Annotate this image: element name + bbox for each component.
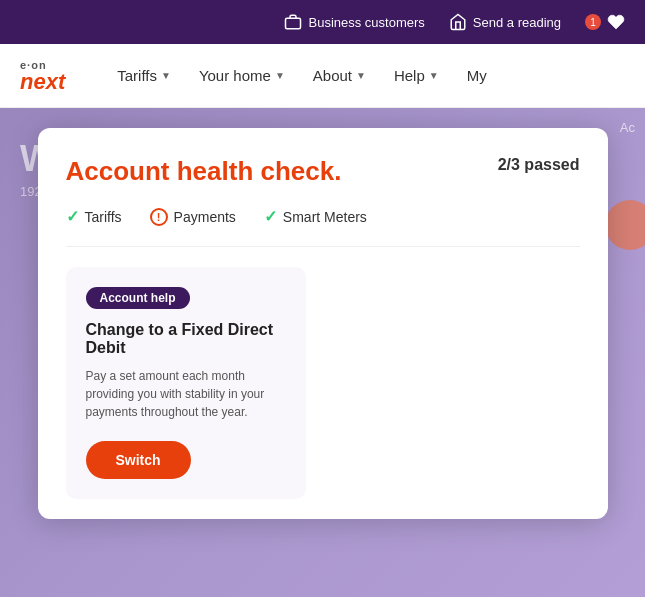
nav-my[interactable]: My xyxy=(455,59,499,92)
nav-help[interactable]: Help ▼ xyxy=(382,59,451,92)
card-title: Change to a Fixed Direct Debit xyxy=(86,321,286,357)
meter-icon xyxy=(449,13,467,31)
notification-badge: 1 xyxy=(585,14,601,30)
logo[interactable]: e·on next xyxy=(20,59,65,93)
modal-overlay: Account health check. 2/3 passed ✓ Tarif… xyxy=(0,108,645,597)
briefcase-icon xyxy=(284,13,302,31)
card-description: Pay a set amount each month providing yo… xyxy=(86,367,286,421)
tariffs-chevron-icon: ▼ xyxy=(161,70,171,81)
check-smart-meters-label: Smart Meters xyxy=(283,209,367,225)
about-chevron-icon: ▼ xyxy=(356,70,366,81)
send-reading-link[interactable]: Send a reading xyxy=(449,13,561,31)
account-help-card: Account help Change to a Fixed Direct De… xyxy=(66,267,306,499)
check-tariffs-label: Tariffs xyxy=(85,209,122,225)
your-home-chevron-icon: ▼ xyxy=(275,70,285,81)
nav-your-home[interactable]: Your home ▼ xyxy=(187,59,297,92)
logo-next: next xyxy=(20,71,65,93)
heart-icon xyxy=(607,13,625,31)
nav-items: Tariffs ▼ Your home ▼ About ▼ Help ▼ My xyxy=(105,59,625,92)
help-chevron-icon: ▼ xyxy=(429,70,439,81)
modal-divider xyxy=(66,246,580,247)
check-warn-icon: ! xyxy=(150,208,168,226)
check-pass-icon: ✓ xyxy=(66,207,79,226)
check-tariffs: ✓ Tariffs xyxy=(66,207,122,226)
modal-checks: ✓ Tariffs ! Payments ✓ Smart Meters xyxy=(66,207,580,226)
check-pass-icon-2: ✓ xyxy=(264,207,277,226)
send-reading-label: Send a reading xyxy=(473,15,561,30)
modal-title: Account health check. xyxy=(66,156,342,187)
card-badge: Account help xyxy=(86,287,190,309)
business-customers-label: Business customers xyxy=(308,15,424,30)
nav-tariffs[interactable]: Tariffs ▼ xyxy=(105,59,183,92)
check-payments: ! Payments xyxy=(150,208,236,226)
nav-about[interactable]: About ▼ xyxy=(301,59,378,92)
modal-header: Account health check. 2/3 passed xyxy=(66,156,580,187)
check-smart-meters: ✓ Smart Meters xyxy=(264,207,367,226)
switch-button[interactable]: Switch xyxy=(86,441,191,479)
svg-rect-0 xyxy=(286,18,301,29)
business-customers-link[interactable]: Business customers xyxy=(284,13,424,31)
modal-score: 2/3 passed xyxy=(498,156,580,174)
nav-bar: e·on next Tariffs ▼ Your home ▼ About ▼ … xyxy=(0,44,645,108)
account-health-modal: Account health check. 2/3 passed ✓ Tarif… xyxy=(38,128,608,519)
check-payments-label: Payments xyxy=(174,209,236,225)
notifications-link[interactable]: 1 xyxy=(585,13,625,31)
top-bar: Business customers Send a reading 1 xyxy=(0,0,645,44)
